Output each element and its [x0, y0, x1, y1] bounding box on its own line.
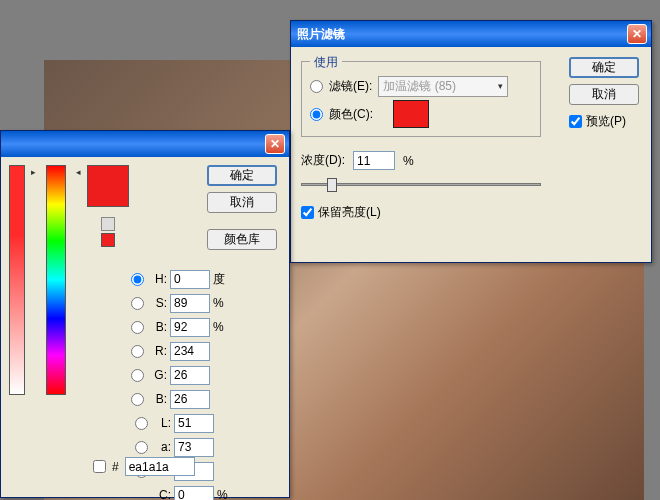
color-libraries-button[interactable]: 颜色库	[207, 229, 277, 250]
hue-pointer-icon: ▸	[31, 167, 36, 177]
s-input[interactable]	[170, 294, 210, 313]
r-input[interactable]	[170, 342, 210, 361]
h-radio[interactable]	[131, 273, 144, 286]
l-radio[interactable]	[135, 417, 148, 430]
ok-button[interactable]: 确定	[207, 165, 277, 186]
chevron-down-icon: ▾	[498, 81, 503, 91]
density-label: 浓度(D):	[301, 152, 345, 169]
slider-thumb-icon[interactable]	[327, 178, 337, 192]
b-radio[interactable]	[131, 321, 144, 334]
only-web-colors-checkbox[interactable]	[93, 460, 106, 473]
preserve-label: 保留亮度(L)	[318, 204, 381, 221]
close-icon[interactable]: ✕	[627, 24, 647, 44]
density-unit: %	[403, 154, 414, 168]
cancel-button[interactable]: 取消	[569, 84, 639, 105]
color-label: 颜色(C):	[329, 106, 373, 123]
web-safe-swatch[interactable]	[101, 233, 115, 247]
density-input[interactable]	[353, 151, 395, 170]
filter-select: 加温滤镜 (85) ▾	[378, 76, 508, 97]
preserve-luminosity-checkbox[interactable]	[301, 206, 314, 219]
hex-label: #	[112, 460, 119, 474]
l-input[interactable]	[174, 414, 214, 433]
preview-label: 预览(P)	[586, 113, 626, 130]
hue-strip[interactable]	[46, 165, 66, 395]
titlebar[interactable]: 照片滤镜 ✕	[291, 21, 651, 47]
saturation-box[interactable]	[9, 165, 25, 395]
filter-label: 滤镜(E):	[329, 78, 372, 95]
new-color-swatch[interactable]	[87, 165, 129, 207]
a-radio[interactable]	[135, 441, 148, 454]
b2-input[interactable]	[170, 390, 210, 409]
use-fieldset: 使用 滤镜(E): 加温滤镜 (85) ▾ 颜色(C):	[301, 61, 541, 137]
use-legend: 使用	[310, 54, 342, 71]
cancel-button[interactable]: 取消	[207, 192, 277, 213]
web-safe-icon[interactable]	[101, 217, 115, 231]
g-radio[interactable]	[131, 369, 144, 382]
hex-input[interactable]	[125, 457, 195, 476]
b-input[interactable]	[170, 318, 210, 337]
h-input[interactable]	[170, 270, 210, 289]
g-input[interactable]	[170, 366, 210, 385]
density-slider[interactable]	[301, 174, 541, 194]
filter-radio[interactable]	[310, 80, 323, 93]
color-swatch[interactable]	[393, 100, 429, 128]
hue-pointer-icon: ◂	[76, 167, 81, 177]
dialog-title: 照片滤镜	[295, 26, 627, 43]
close-icon[interactable]: ✕	[265, 134, 285, 154]
ok-button[interactable]: 确定	[569, 57, 639, 78]
r-radio[interactable]	[131, 345, 144, 358]
c-input[interactable]	[174, 486, 214, 501]
b2-radio[interactable]	[131, 393, 144, 406]
color-radio[interactable]	[310, 108, 323, 121]
titlebar[interactable]: ✕	[1, 131, 289, 157]
s-radio[interactable]	[131, 297, 144, 310]
filter-value: 加温滤镜 (85)	[383, 78, 456, 95]
photo-filter-dialog: 照片滤镜 ✕ 使用 滤镜(E): 加温滤镜 (85) ▾ 颜色(C): 确定 取…	[290, 20, 652, 263]
color-picker-dialog: ✕ ▸ ◂ 确定 取消 颜色库 H:度 S:% B:%	[0, 130, 290, 498]
a-input[interactable]	[174, 438, 214, 457]
preview-checkbox[interactable]	[569, 115, 582, 128]
